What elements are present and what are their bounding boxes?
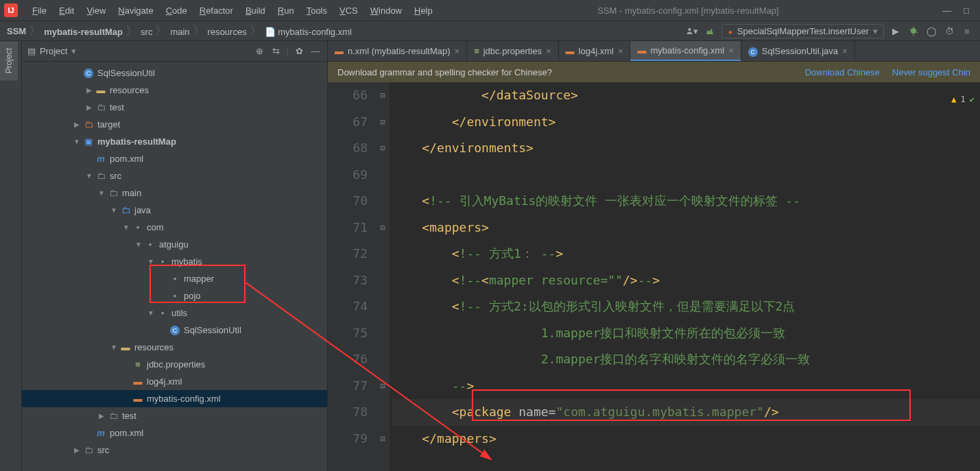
breadcrumb-part[interactable]: src	[141, 27, 152, 37]
line-number[interactable]: 69	[328, 162, 368, 189]
tree-node-jdbc-properties[interactable]: ≡jdbc.properties	[22, 356, 327, 373]
breadcrumb-part[interactable]: main	[170, 27, 189, 37]
tree-arrow-icon[interactable]: ▼	[133, 241, 144, 248]
tree-node-mybatis-config-xml[interactable]: ▬mybatis-config.xml	[22, 390, 327, 407]
fold-marker[interactable]	[376, 162, 390, 189]
menu-edit[interactable]: Edit	[53, 5, 80, 16]
tree-node-src[interactable]: ▼🗀src	[22, 167, 327, 184]
tree-arrow-icon[interactable]: ▶	[71, 446, 82, 454]
tree-node-test[interactable]: ▶🗀test	[22, 99, 327, 116]
run-config-selector[interactable]: ⬥ SpecialSqlMapperTest.insertUser ▾	[721, 24, 884, 38]
code-line[interactable]: 1.mapper接口和映射文件所在的包必须一致	[392, 320, 980, 347]
fold-marker[interactable]	[376, 188, 390, 215]
tree-node-target[interactable]: ▶🗀target	[22, 116, 327, 133]
fold-marker[interactable]: ⊟	[376, 82, 390, 109]
inspection-badge[interactable]: ▲1 ✔	[951, 86, 975, 113]
fold-marker[interactable]	[376, 267, 390, 294]
tree-arrow-icon[interactable]: ▼	[71, 138, 82, 145]
menu-view[interactable]: View	[80, 5, 112, 16]
breadcrumb[interactable]: SSM 〉mybatis-resultMap〉src〉main〉resource…	[7, 23, 352, 39]
line-number[interactable]: 68	[328, 135, 368, 162]
line-number[interactable]: 76	[328, 346, 368, 373]
project-tool-tab[interactable]: Project	[0, 41, 18, 80]
line-number[interactable]: 74	[328, 293, 368, 320]
code-line[interactable]: </environments>	[392, 135, 980, 162]
debug-button[interactable]	[907, 25, 920, 37]
breadcrumb-root[interactable]: SSM	[7, 26, 26, 36]
build-icon[interactable]	[704, 25, 716, 37]
chevron-down-icon[interactable]: ▾	[71, 46, 76, 56]
tree-node-src[interactable]: ▶🗀src	[22, 442, 327, 459]
line-number[interactable]: 67	[328, 109, 368, 136]
fold-marker[interactable]	[376, 399, 390, 426]
line-number[interactable]: 75	[328, 320, 368, 347]
profile-button[interactable]: ⏱	[943, 25, 955, 37]
menu-help[interactable]: Help	[408, 5, 439, 16]
code-line[interactable]: <!-- 引入MyBatis的映射文件 一张表对应一个映射文件的标签 --	[392, 188, 980, 215]
code-line[interactable]: </dataSource>	[392, 82, 980, 109]
fold-marker[interactable]	[376, 346, 390, 373]
code-line[interactable]: 2.mapper接口的名字和映射文件的名字必须一致	[392, 346, 980, 373]
banner-link-download[interactable]: Download Chinese	[805, 67, 880, 77]
run-button[interactable]: ▶	[889, 25, 902, 37]
line-number[interactable]: 66	[328, 82, 368, 109]
tree-arrow-icon[interactable]: ▼	[108, 206, 119, 214]
fold-marker[interactable]: ⊟	[376, 215, 390, 241]
close-icon[interactable]: ×	[618, 46, 623, 56]
tree-arrow-icon[interactable]: ▼	[84, 172, 95, 180]
breadcrumb-part[interactable]: mybatis-config.xml	[278, 27, 352, 37]
close-icon[interactable]: ×	[546, 46, 551, 56]
line-number[interactable]: 73	[328, 267, 368, 294]
tree-node-log4j-xml[interactable]: ▬log4j.xml	[22, 373, 327, 390]
maximize-button[interactable]: □	[957, 5, 976, 16]
tree-node-resources[interactable]: ▼▬resources	[22, 339, 327, 356]
menu-vcs[interactable]: VCS	[333, 5, 364, 16]
menu-code[interactable]: Code	[160, 5, 193, 16]
user-icon[interactable]: ▾	[686, 25, 698, 37]
tree-arrow-icon[interactable]: ▶	[84, 86, 95, 94]
menu-refactor[interactable]: Refactor	[193, 5, 239, 16]
menu-build[interactable]: Build	[239, 5, 272, 16]
line-number[interactable]: 72	[328, 241, 368, 267]
tree-node-sqlsessionutil[interactable]: CSqlSessionUtil	[22, 322, 327, 339]
breadcrumb-part[interactable]: resources	[208, 27, 247, 37]
menu-navigate[interactable]: Navigate	[112, 5, 159, 16]
fold-marker[interactable]: ⊟	[376, 109, 390, 136]
tree-node-sqlsessionutil[interactable]: CSqlSessionUtil	[22, 64, 327, 82]
menu-file[interactable]: File	[26, 5, 53, 16]
fold-marker[interactable]: ⊟	[376, 426, 390, 452]
tree-arrow-icon[interactable]: ▼	[96, 189, 107, 197]
close-icon[interactable]: ×	[455, 46, 460, 56]
fold-marker[interactable]: ⊟	[376, 135, 390, 162]
expand-all-icon[interactable]: ⇆	[270, 45, 283, 58]
tree-node-java[interactable]: ▼🗀java	[22, 202, 327, 219]
editor-tab-jdbc-properties[interactable]: ≡jdbc.properties×	[467, 41, 558, 61]
editor-tab-sqlsessionutil-java[interactable]: CSqlSessionUtil.java×	[741, 41, 855, 61]
select-opened-file-icon[interactable]: ⊕	[254, 45, 266, 58]
tree-arrow-icon[interactable]: ▼	[108, 343, 119, 351]
tree-arrow-icon[interactable]: ▼	[145, 258, 156, 265]
stop-button[interactable]: ■	[961, 25, 973, 37]
code-line[interactable]: </environment>	[392, 109, 980, 136]
fold-gutter[interactable]: ⊟⊟⊟⊟⊟⊟	[376, 82, 390, 471]
close-icon[interactable]: ×	[728, 45, 734, 56]
minimize-button[interactable]: —	[937, 5, 957, 16]
coverage-button[interactable]: ◯	[925, 25, 937, 37]
close-icon[interactable]: ×	[842, 46, 848, 56]
tree-node-pojo[interactable]: ▪pojo	[22, 287, 327, 304]
line-number[interactable]: 77	[328, 373, 368, 400]
tree-arrow-icon[interactable]: ▼	[121, 224, 132, 231]
breadcrumb-part[interactable]: mybatis-resultMap	[44, 27, 123, 37]
tree-node-pom-xml[interactable]: mpom.xml	[22, 150, 327, 167]
line-number[interactable]: 79	[328, 426, 368, 452]
tree-node-utils[interactable]: ▼▪utils	[22, 304, 327, 322]
project-label[interactable]: Project	[40, 46, 67, 56]
tree-node-mybatis[interactable]: ▼▪mybatis	[22, 253, 327, 270]
code-line[interactable]: <package name="com.atguigu.mybatis.mappe…	[392, 399, 980, 426]
tree-node-atguigu[interactable]: ▼▪atguigu	[22, 236, 327, 253]
line-number[interactable]: 70	[328, 188, 368, 215]
banner-link-never[interactable]: Never suggest Chin	[892, 67, 970, 77]
line-gutter[interactable]: 6667686970717273747576777879	[328, 82, 376, 471]
code-line[interactable]: <!-- 方式2:以包的形式引入映射文件，但是需要满足以下2点	[392, 293, 980, 320]
editor-tab-log4j-xml[interactable]: ▬log4j.xml×	[559, 41, 631, 61]
